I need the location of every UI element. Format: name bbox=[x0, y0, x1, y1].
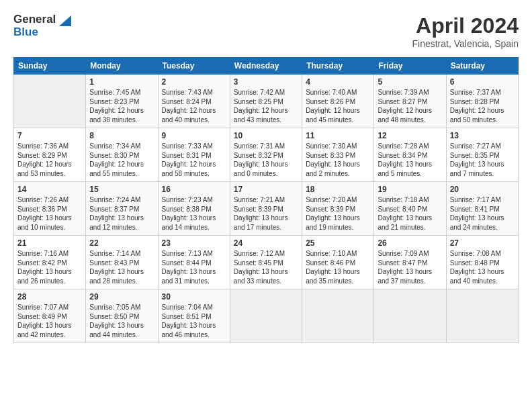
day-info: Sunrise: 7:42 AMSunset: 8:25 PMDaylight:… bbox=[234, 88, 298, 124]
day-info: Sunrise: 7:36 AMSunset: 8:29 PMDaylight:… bbox=[17, 142, 82, 178]
day-cell: 21Sunrise: 7:16 AMSunset: 8:42 PMDayligh… bbox=[14, 236, 86, 289]
day-number: 9 bbox=[162, 131, 226, 140]
day-cell: 15Sunrise: 7:24 AMSunset: 8:37 PMDayligh… bbox=[86, 182, 158, 236]
calendar-table: SundayMondayTuesdayWednesdayThursdayFrid… bbox=[13, 57, 519, 343]
day-info: Sunrise: 7:16 AMSunset: 8:42 PMDaylight:… bbox=[17, 249, 82, 285]
day-info: Sunrise: 7:27 AMSunset: 8:35 PMDaylight:… bbox=[450, 142, 515, 178]
week-row-3: 14Sunrise: 7:26 AMSunset: 8:36 PMDayligh… bbox=[14, 182, 519, 236]
day-info: Sunrise: 7:04 AMSunset: 8:51 PMDaylight:… bbox=[162, 303, 226, 339]
day-cell: 14Sunrise: 7:26 AMSunset: 8:36 PMDayligh… bbox=[14, 182, 86, 236]
week-row-2: 7Sunrise: 7:36 AMSunset: 8:29 PMDaylight… bbox=[14, 128, 519, 182]
logo: General Blue bbox=[13, 13, 71, 38]
day-info: Sunrise: 7:13 AMSunset: 8:44 PMDaylight:… bbox=[162, 249, 226, 285]
day-number: 30 bbox=[162, 292, 226, 302]
day-cell bbox=[302, 289, 374, 343]
day-number: 4 bbox=[306, 77, 370, 87]
day-cell: 1Sunrise: 7:45 AMSunset: 8:23 PMDaylight… bbox=[86, 75, 158, 128]
day-cell: 19Sunrise: 7:18 AMSunset: 8:40 PMDayligh… bbox=[374, 182, 446, 236]
logo-line2: Blue bbox=[13, 26, 71, 39]
day-number: 26 bbox=[378, 238, 442, 248]
header-row: SundayMondayTuesdayWednesdayThursdayFrid… bbox=[14, 58, 519, 75]
day-number: 16 bbox=[162, 185, 226, 194]
day-cell: 25Sunrise: 7:10 AMSunset: 8:46 PMDayligh… bbox=[302, 236, 374, 289]
header-cell-thursday: Thursday bbox=[302, 58, 374, 75]
calendar-header: SundayMondayTuesdayWednesdayThursdayFrid… bbox=[14, 58, 519, 75]
day-cell: 4Sunrise: 7:40 AMSunset: 8:26 PMDaylight… bbox=[302, 75, 374, 128]
header-cell-friday: Friday bbox=[374, 58, 446, 75]
day-cell: 28Sunrise: 7:07 AMSunset: 8:49 PMDayligh… bbox=[14, 289, 86, 343]
day-cell: 3Sunrise: 7:42 AMSunset: 8:25 PMDaylight… bbox=[230, 75, 302, 128]
day-number: 1 bbox=[89, 77, 154, 87]
day-number: 3 bbox=[234, 77, 298, 87]
day-number: 10 bbox=[234, 131, 298, 140]
day-cell: 18Sunrise: 7:20 AMSunset: 8:39 PMDayligh… bbox=[302, 182, 374, 236]
day-cell: 10Sunrise: 7:31 AMSunset: 8:32 PMDayligh… bbox=[230, 128, 302, 182]
title-section: April 2024 Finestrat, Valencia, Spain bbox=[412, 13, 519, 49]
header-cell-tuesday: Tuesday bbox=[158, 58, 230, 75]
day-info: Sunrise: 7:33 AMSunset: 8:31 PMDaylight:… bbox=[162, 142, 226, 178]
day-info: Sunrise: 7:40 AMSunset: 8:26 PMDaylight:… bbox=[306, 88, 370, 124]
week-row-1: 1Sunrise: 7:45 AMSunset: 8:23 PMDaylight… bbox=[14, 75, 519, 128]
day-number: 20 bbox=[450, 185, 515, 194]
day-number: 8 bbox=[89, 131, 154, 140]
day-number: 12 bbox=[378, 131, 442, 140]
day-number: 24 bbox=[234, 238, 298, 248]
day-cell: 9Sunrise: 7:33 AMSunset: 8:31 PMDaylight… bbox=[158, 128, 230, 182]
day-cell: 2Sunrise: 7:43 AMSunset: 8:24 PMDaylight… bbox=[158, 75, 230, 128]
day-cell: 5Sunrise: 7:39 AMSunset: 8:27 PMDaylight… bbox=[374, 75, 446, 128]
day-info: Sunrise: 7:43 AMSunset: 8:24 PMDaylight:… bbox=[162, 88, 226, 124]
day-number: 29 bbox=[89, 292, 154, 302]
day-info: Sunrise: 7:34 AMSunset: 8:30 PMDaylight:… bbox=[89, 142, 154, 178]
main-title: April 2024 bbox=[412, 13, 519, 38]
page: General Blue April 2024 Finestrat, Valen… bbox=[0, 0, 532, 411]
day-cell: 7Sunrise: 7:36 AMSunset: 8:29 PMDaylight… bbox=[14, 128, 86, 182]
day-info: Sunrise: 7:37 AMSunset: 8:28 PMDaylight:… bbox=[450, 88, 515, 124]
day-cell: 26Sunrise: 7:09 AMSunset: 8:47 PMDayligh… bbox=[374, 236, 446, 289]
day-info: Sunrise: 7:20 AMSunset: 8:39 PMDaylight:… bbox=[306, 195, 370, 232]
day-info: Sunrise: 7:24 AMSunset: 8:37 PMDaylight:… bbox=[89, 195, 154, 232]
day-info: Sunrise: 7:08 AMSunset: 8:48 PMDaylight:… bbox=[450, 249, 515, 285]
day-number: 5 bbox=[378, 77, 442, 87]
day-number: 19 bbox=[378, 185, 442, 194]
day-info: Sunrise: 7:26 AMSunset: 8:36 PMDaylight:… bbox=[17, 195, 82, 232]
day-cell: 23Sunrise: 7:13 AMSunset: 8:44 PMDayligh… bbox=[158, 236, 230, 289]
day-cell bbox=[446, 289, 518, 343]
header: General Blue April 2024 Finestrat, Valen… bbox=[13, 13, 519, 49]
day-number: 21 bbox=[17, 238, 82, 248]
subtitle: Finestrat, Valencia, Spain bbox=[412, 38, 519, 49]
day-info: Sunrise: 7:30 AMSunset: 8:33 PMDaylight:… bbox=[306, 142, 370, 178]
day-info: Sunrise: 7:23 AMSunset: 8:38 PMDaylight:… bbox=[162, 195, 226, 232]
day-cell: 16Sunrise: 7:23 AMSunset: 8:38 PMDayligh… bbox=[158, 182, 230, 236]
day-number: 13 bbox=[450, 131, 515, 140]
day-info: Sunrise: 7:28 AMSunset: 8:34 PMDaylight:… bbox=[378, 142, 442, 178]
day-info: Sunrise: 7:10 AMSunset: 8:46 PMDaylight:… bbox=[306, 249, 370, 285]
day-number: 28 bbox=[17, 292, 82, 302]
day-number: 22 bbox=[89, 238, 154, 248]
svg-marker-0 bbox=[59, 15, 71, 26]
day-cell: 6Sunrise: 7:37 AMSunset: 8:28 PMDaylight… bbox=[446, 75, 518, 128]
day-info: Sunrise: 7:12 AMSunset: 8:45 PMDaylight:… bbox=[234, 249, 298, 285]
calendar-body: 1Sunrise: 7:45 AMSunset: 8:23 PMDaylight… bbox=[14, 75, 519, 343]
header-cell-sunday: Sunday bbox=[14, 58, 86, 75]
day-info: Sunrise: 7:45 AMSunset: 8:23 PMDaylight:… bbox=[89, 88, 154, 124]
day-cell: 11Sunrise: 7:30 AMSunset: 8:33 PMDayligh… bbox=[302, 128, 374, 182]
day-cell: 29Sunrise: 7:05 AMSunset: 8:50 PMDayligh… bbox=[86, 289, 158, 343]
day-info: Sunrise: 7:05 AMSunset: 8:50 PMDaylight:… bbox=[89, 303, 154, 339]
day-number: 2 bbox=[162, 77, 226, 87]
day-number: 7 bbox=[17, 131, 82, 140]
day-info: Sunrise: 7:07 AMSunset: 8:49 PMDaylight:… bbox=[17, 303, 82, 339]
day-info: Sunrise: 7:21 AMSunset: 8:39 PMDaylight:… bbox=[234, 195, 298, 232]
day-cell: 13Sunrise: 7:27 AMSunset: 8:35 PMDayligh… bbox=[446, 128, 518, 182]
day-cell: 20Sunrise: 7:17 AMSunset: 8:41 PMDayligh… bbox=[446, 182, 518, 236]
day-number: 17 bbox=[234, 185, 298, 194]
day-number: 11 bbox=[306, 131, 370, 140]
day-number: 27 bbox=[450, 238, 515, 248]
day-info: Sunrise: 7:14 AMSunset: 8:43 PMDaylight:… bbox=[89, 249, 154, 285]
logo-text: General Blue bbox=[13, 13, 71, 38]
day-cell: 22Sunrise: 7:14 AMSunset: 8:43 PMDayligh… bbox=[86, 236, 158, 289]
day-number: 18 bbox=[306, 185, 370, 194]
day-cell: 17Sunrise: 7:21 AMSunset: 8:39 PMDayligh… bbox=[230, 182, 302, 236]
day-info: Sunrise: 7:17 AMSunset: 8:41 PMDaylight:… bbox=[450, 195, 515, 232]
day-number: 14 bbox=[17, 185, 82, 194]
day-info: Sunrise: 7:18 AMSunset: 8:40 PMDaylight:… bbox=[378, 195, 442, 232]
